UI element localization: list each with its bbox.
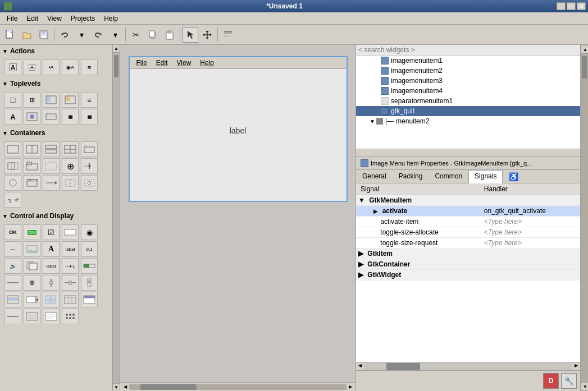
widget-treeview[interactable]: [62, 292, 79, 307]
widget-label5[interactable]: ≡: [81, 59, 98, 75]
widget-container-10[interactable]: [81, 158, 98, 174]
widget-container-7[interactable]: [24, 158, 40, 174]
widget-slider-h[interactable]: [62, 275, 79, 291]
tab-common[interactable]: Common: [429, 170, 468, 183]
widget-container-15[interactable]: [81, 175, 98, 191]
group-expand-gtkwidget[interactable]: ▶: [358, 271, 363, 279]
signal-handler-activate[interactable]: on_gtk_quit_activate: [480, 206, 580, 217]
widget-container-1[interactable]: [4, 141, 21, 157]
right-scroll-up[interactable]: ▲: [581, 45, 588, 54]
widget-label3[interactable]: •A: [43, 59, 60, 75]
widget-container-5[interactable]: ▿: [81, 141, 98, 157]
section-control-header[interactable]: ▼ Control and Display: [0, 210, 112, 222]
widget-container-13[interactable]: [43, 175, 60, 191]
widget-grid-ctrl[interactable]: [24, 309, 40, 324]
tree-item-imagemenuitem2[interactable]: imagemenuitem2: [356, 66, 580, 76]
props-scroll-left[interactable]: ◀: [356, 363, 364, 370]
clear-button[interactable]: 🔧: [561, 373, 577, 389]
undo-dropdown[interactable]: ▾: [74, 27, 89, 43]
widget-ok[interactable]: OK: [4, 224, 21, 240]
signal-group-gtkitem[interactable]: ▶ GtkItem: [356, 249, 580, 259]
widget-image[interactable]: [24, 241, 40, 257]
canvas-scroll[interactable]: File Edit View Help label: [120, 45, 355, 382]
widget-container-3[interactable]: [43, 141, 60, 157]
widget-toplevel-10[interactable]: ≣: [81, 109, 98, 125]
widget-label4[interactable]: ◉A: [62, 59, 79, 75]
widget-toplevel-9[interactable]: ≣: [62, 109, 79, 125]
widget-label-ctrl[interactable]: label: [62, 241, 79, 257]
props-scroll-thumb[interactable]: [386, 363, 420, 370]
widget-label2[interactable]: A: [24, 59, 40, 75]
signal-group-gtkwidget[interactable]: ▶ GtkWidget: [356, 270, 580, 280]
widget-label2-ctrl[interactable]: label: [43, 258, 60, 274]
widget-container-14[interactable]: [62, 175, 79, 191]
signal-row-activate-item[interactable]: activate-item <Type here>: [356, 217, 580, 227]
widget-hline[interactable]: [4, 309, 21, 324]
widget-vol[interactable]: 🔊: [4, 258, 21, 274]
widget-combo[interactable]: ▾: [24, 292, 40, 307]
section-toplevels-header[interactable]: ▼ Toplevels: [0, 77, 112, 90]
search-input[interactable]: [358, 46, 578, 54]
menu-view[interactable]: View: [43, 13, 66, 24]
widget-container-8[interactable]: [43, 158, 60, 174]
signal-row-toggle-size-request[interactable]: toggle-size-request <Type here>: [356, 238, 580, 249]
group-expand-gtkcontainer[interactable]: ▶: [358, 260, 363, 268]
widget-toplevel-4[interactable]: [62, 92, 79, 108]
copy-button[interactable]: [145, 27, 161, 43]
right-vscrollbar[interactable]: ▲ ▼: [580, 45, 588, 391]
section-actions-header[interactable]: ▼ Actions: [0, 45, 112, 57]
canvas-hscroll-thumb[interactable]: [140, 384, 197, 390]
menu-projects[interactable]: Projects: [66, 13, 99, 24]
signal-group-gtkmenuitem[interactable]: ▼ GtkMenuItem: [356, 195, 580, 206]
tab-general[interactable]: General: [356, 170, 393, 183]
cut-button[interactable]: ✂: [128, 27, 144, 43]
tab-packing[interactable]: Packing: [393, 170, 429, 183]
widget-container-4[interactable]: [62, 141, 79, 157]
menu-edit[interactable]: Edit: [22, 13, 43, 24]
open-button[interactable]: [19, 27, 35, 43]
widget-dotgrid[interactable]: [62, 309, 79, 324]
widget-container-12[interactable]: Tab1 Tab2: [24, 175, 40, 191]
widget-textview[interactable]: [43, 309, 60, 324]
redo-button[interactable]: [90, 27, 106, 43]
widget-toplevel-1[interactable]: □: [4, 92, 21, 108]
widget-toplevel-7[interactable]: [24, 109, 40, 125]
widget-check[interactable]: ☑: [43, 224, 60, 240]
tree-hscrollbar[interactable]: [356, 149, 580, 157]
widget-accel[interactable]: —F1: [62, 258, 79, 274]
group-expand-gtkitem[interactable]: ▶: [358, 250, 363, 257]
widget-spinbtn[interactable]: 0,1: [81, 241, 98, 257]
canvas-scroll-right[interactable]: ▶: [347, 384, 354, 389]
canvas-scroll-left[interactable]: ◀: [121, 384, 129, 389]
win-menu-view[interactable]: View: [172, 58, 196, 67]
left-panel-scrollbar[interactable]: ▲ ▼: [112, 45, 120, 391]
signal-handler-toggle-size-request[interactable]: <Type here>: [480, 238, 580, 249]
signal-row-activate[interactable]: ▶ activate on_gtk_quit_activate: [356, 206, 580, 217]
tree-item-imagemenuitem1[interactable]: imagemenuitem1: [356, 56, 580, 66]
widget-container-16[interactable]: [4, 192, 21, 208]
widget-toplevel-3[interactable]: [43, 92, 60, 108]
widget-entry[interactable]: [62, 224, 79, 240]
widget-plus-ctrl[interactable]: ⊕: [24, 275, 40, 291]
signal-group-gtkcontainer[interactable]: ▶ GtkContainer: [356, 259, 580, 270]
widget-dots[interactable]: ···: [4, 241, 21, 257]
win-menu-file[interactable]: File: [132, 58, 152, 67]
save-button[interactable]: [36, 27, 52, 43]
right-scroll-down[interactable]: ▼: [581, 382, 588, 391]
tree-item-gtk-quit[interactable]: gtk_quit: [356, 106, 580, 116]
signal-handler-toggle-size-allocate[interactable]: <Type here>: [480, 227, 580, 238]
redo-dropdown[interactable]: ▾: [107, 27, 123, 43]
undo-button[interactable]: [57, 27, 72, 43]
tree-item-separatormenuitem1[interactable]: separatormenuitem1: [356, 96, 580, 106]
tree-expand-menu2[interactable]: ▼: [370, 118, 375, 125]
widget-slider-v[interactable]: [43, 275, 60, 291]
widget-toplevel-5[interactable]: ≡: [81, 92, 98, 108]
menu-file[interactable]: File: [2, 13, 22, 24]
widget-toplevel-8[interactable]: [43, 109, 60, 125]
activate-expand[interactable]: ▶: [373, 208, 378, 214]
minimize-button[interactable]: _: [557, 2, 566, 10]
widget-toplevel-2[interactable]: ⊞: [24, 92, 40, 108]
signal-row-toggle-size-allocate[interactable]: toggle-size-allocate <Type here>: [356, 227, 580, 238]
widget-cal[interactable]: [81, 292, 98, 307]
widget-sep-h[interactable]: [4, 275, 21, 291]
